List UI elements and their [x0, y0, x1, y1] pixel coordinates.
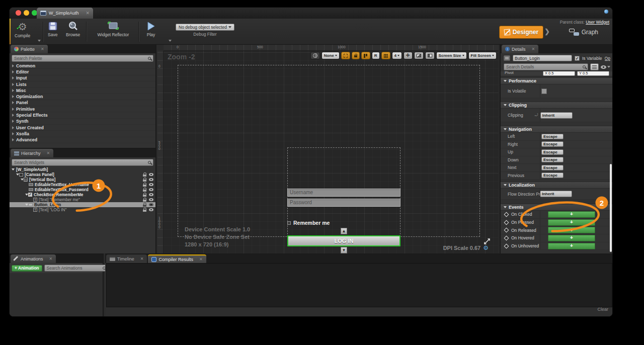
tab-animations[interactable]: Animations ✕ — [11, 254, 56, 263]
animations-search[interactable] — [44, 265, 108, 272]
grid-snap-size-dropdown[interactable]: 4 — [392, 52, 402, 59]
login-button-widget[interactable]: LOG IN — [287, 235, 400, 246]
palette-search[interactable] — [12, 55, 153, 62]
tab-compiler-results[interactable]: Compiler Results ✕ — [148, 254, 206, 263]
hierarchy-row-vertical-box[interactable]: [Vertical Box] — [10, 177, 155, 182]
designer-mode-button[interactable]: Designer — [499, 26, 543, 39]
navigation-next-dropdown[interactable]: Escape — [541, 165, 564, 170]
lock-toggle-button[interactable] — [352, 52, 360, 59]
hierarchy-row-checkbox-rememberme[interactable]: ✓CheckBox_RememberMe — [10, 192, 155, 197]
widget-reflector-button[interactable]: Widget Reflector — [91, 21, 135, 37]
add-on-released-event-button[interactable]: + — [548, 227, 595, 233]
save-button[interactable]: Save — [48, 21, 57, 37]
grid-snap-toggle-button[interactable] — [381, 52, 390, 59]
flow-direction-dropdown[interactable]: Inherit — [540, 191, 572, 197]
navigation-up-dropdown[interactable]: Escape — [541, 149, 564, 155]
eye-icon[interactable] — [149, 203, 153, 206]
property-matrix-button[interactable] — [590, 63, 599, 70]
palette-category-panel[interactable]: Panel — [10, 100, 155, 106]
widget-name-field[interactable] — [513, 55, 572, 61]
lock-icon[interactable] — [143, 183, 146, 187]
hierarchy-row-w-simpleauth[interactable]: [W_SimpleAuth] — [10, 167, 155, 172]
clear-button[interactable]: Clear — [597, 307, 608, 312]
hierarchy-row-button-login[interactable]: Button_Login — [10, 202, 155, 207]
transform-mode-button[interactable]: ✛ — [404, 52, 413, 59]
palette-category-xsolla[interactable]: Xsolla — [10, 131, 155, 137]
palette-category-editor[interactable]: Editor — [10, 69, 155, 75]
palette-category-common[interactable]: Common — [10, 63, 155, 69]
eye-icon[interactable] — [149, 173, 153, 176]
lock-icon[interactable] — [143, 208, 146, 212]
hierarchy-search[interactable] — [12, 159, 153, 166]
parent-class-link[interactable]: User Widget — [586, 20, 609, 25]
lock-icon[interactable] — [143, 178, 146, 182]
close-icon[interactable]: ✕ — [140, 256, 144, 261]
clipping-dropdown[interactable]: Inherit — [540, 112, 573, 119]
checkbox-icon[interactable] — [287, 221, 291, 225]
screen-size-dropdown[interactable]: Screen Size — [436, 52, 467, 59]
palette-category-input[interactable]: Input — [10, 75, 155, 81]
add-on-hovered-event-button[interactable]: + — [548, 235, 595, 241]
lock-icon[interactable] — [143, 193, 146, 197]
respect-locks-button[interactable] — [361, 52, 370, 59]
palette-category-user-created[interactable]: User Created — [10, 125, 155, 131]
navigation-left-dropdown[interactable]: Escape — [541, 134, 564, 139]
tab-palette[interactable]: Palette ✕ — [11, 45, 48, 53]
eye-icon[interactable] — [149, 208, 153, 211]
animations-search-input[interactable] — [47, 266, 103, 271]
is-volatile-checkbox[interactable] — [541, 89, 547, 94]
close-icon[interactable]: ✕ — [532, 47, 535, 51]
close-icon[interactable]: ✕ — [49, 256, 53, 261]
designer-canvas[interactable]: Username Password Remember me ▲ LOG IN ▼… — [164, 51, 499, 253]
eye-icon[interactable] — [149, 198, 153, 201]
play-options-caret[interactable] — [169, 40, 172, 42]
lock-icon[interactable] — [143, 203, 146, 207]
details-search-input[interactable] — [506, 64, 583, 69]
flip-preview-button[interactable] — [425, 52, 435, 59]
eye-icon[interactable] — [149, 178, 153, 181]
pivot-x-field[interactable]: X 0.5 — [543, 71, 575, 76]
palette-search-input[interactable] — [14, 56, 148, 61]
resize-handle-icon[interactable] — [484, 238, 491, 245]
dpi-settings-gear-icon[interactable]: ⚙ — [483, 244, 489, 251]
section-localization[interactable]: Localization — [501, 182, 613, 189]
close-icon[interactable]: ✕ — [47, 151, 50, 155]
palette-category-misc[interactable]: Misc — [10, 88, 155, 94]
preview-background-button[interactable] — [414, 52, 424, 59]
details-scrollbar[interactable] — [610, 164, 612, 252]
lock-icon[interactable] — [143, 188, 146, 192]
tab-details[interactable]: i Details ✕ — [502, 45, 538, 53]
section-performance[interactable]: Performance — [501, 77, 613, 84]
compile-options-caret[interactable] — [38, 40, 41, 42]
is-variable-checkbox[interactable]: ✓ — [575, 56, 580, 61]
tab-hierarchy[interactable]: Hierarchy ✕ — [11, 149, 53, 157]
preview-mode-dropdown[interactable]: None — [321, 52, 340, 59]
section-events[interactable]: Events — [501, 204, 613, 211]
reset-icon[interactable]: ⤾ — [535, 113, 538, 118]
navigation-right-dropdown[interactable]: Escape — [541, 141, 564, 147]
eye-icon[interactable] — [149, 183, 153, 186]
graph-mode-button[interactable]: Graph — [569, 26, 598, 39]
palette-category-primitive[interactable]: Primitive — [10, 106, 155, 112]
lock-icon[interactable] — [143, 172, 146, 177]
hierarchy-row-editabletextbox-username[interactable]: EditableTextBox_Username — [10, 182, 155, 187]
hierarchy-row-text-remember-me[interactable]: T[Text] "Remember me" — [10, 197, 155, 202]
lock-icon[interactable] — [143, 198, 146, 202]
remember-me-checkbox[interactable]: Remember me — [287, 220, 330, 226]
compile-button[interactable]: ⚙✓ Compile — [15, 21, 30, 38]
add-on-pressed-event-button[interactable]: + — [548, 219, 595, 226]
palette-category-optimization[interactable]: Optimization — [10, 94, 155, 100]
hierarchy-search-input[interactable] — [14, 160, 148, 165]
open-link[interactable]: Open — [605, 56, 610, 61]
hierarchy-row-text-log-in[interactable]: T[Text] "LOG IN" — [10, 207, 155, 212]
play-button[interactable]: Play — [146, 21, 155, 37]
add-on-unhovered-event-button[interactable]: + — [548, 243, 595, 249]
fill-screen-dropdown[interactable]: Fill Screen — [468, 52, 497, 59]
palette-category-synth[interactable]: Synth — [10, 119, 155, 125]
debug-object-dropdown[interactable]: No debug object selected — [176, 24, 234, 31]
palette-category-special-effects[interactable]: Special Effects — [10, 112, 155, 118]
add-animation-button[interactable]: + Animation — [12, 265, 42, 272]
expand-arrow-icon[interactable] — [12, 168, 15, 170]
hierarchy-row-editabletextbox-password[interactable]: EditableTextBox_Password — [10, 187, 155, 192]
eye-icon[interactable] — [149, 188, 153, 191]
